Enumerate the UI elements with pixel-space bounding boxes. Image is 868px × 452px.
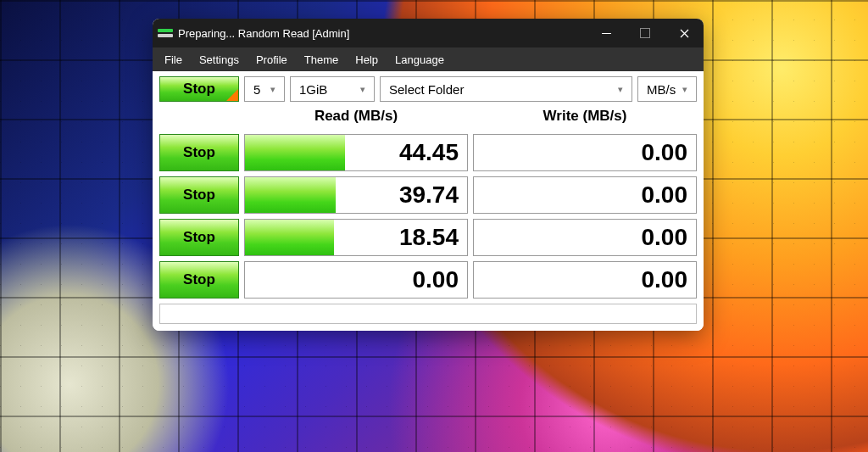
read-cell: 0.00 bbox=[244, 261, 468, 299]
write-value: 0.00 bbox=[642, 224, 688, 251]
menu-profile[interactable]: Profile bbox=[248, 53, 296, 66]
app-icon bbox=[158, 25, 173, 41]
titlebar[interactable]: Preparing... Random Read [Admin] bbox=[153, 19, 704, 47]
menubar: File Settings Profile Theme Help Languag… bbox=[153, 47, 704, 71]
result-row: Stop 0.00 0.00 bbox=[159, 261, 697, 299]
stop-button[interactable]: Stop bbox=[159, 261, 239, 299]
content-area: Stop 5 ▾ 1GiB ▾ Select Folder ▾ MB/s ▾ bbox=[153, 71, 704, 331]
read-value: 18.54 bbox=[399, 224, 459, 251]
read-value: 44.45 bbox=[399, 139, 459, 166]
read-value: 39.74 bbox=[399, 181, 459, 209]
stop-button[interactable]: Stop bbox=[159, 219, 239, 256]
stop-all-button[interactable]: Stop bbox=[159, 76, 239, 102]
menu-file[interactable]: File bbox=[156, 53, 191, 66]
window-title: Preparing... Random Read [Admin] bbox=[178, 27, 349, 40]
result-row: Stop 18.54 0.00 bbox=[159, 219, 697, 256]
stop-button[interactable]: Stop bbox=[159, 134, 239, 171]
read-progress bbox=[245, 220, 334, 255]
folder-value: Select Folder bbox=[389, 82, 618, 97]
chevron-down-icon: ▾ bbox=[360, 84, 369, 95]
menu-language[interactable]: Language bbox=[387, 53, 453, 66]
write-value: 0.00 bbox=[642, 139, 688, 166]
result-row: Stop 44.45 0.00 bbox=[159, 134, 697, 171]
test-size-value: 1GiB bbox=[299, 82, 360, 97]
test-size-select[interactable]: 1GiB ▾ bbox=[290, 76, 375, 102]
unit-value: MB/s bbox=[647, 82, 682, 97]
close-button[interactable] bbox=[665, 19, 704, 47]
chevron-down-icon: ▾ bbox=[682, 84, 691, 95]
read-progress bbox=[245, 135, 345, 170]
status-bar bbox=[159, 304, 697, 324]
read-cell: 39.74 bbox=[244, 176, 468, 214]
write-value: 0.00 bbox=[642, 266, 688, 293]
header-spacer bbox=[159, 103, 239, 129]
read-value: 0.00 bbox=[413, 266, 459, 293]
menu-help[interactable]: Help bbox=[347, 53, 387, 66]
maximize-button[interactable] bbox=[626, 19, 665, 47]
chevron-down-icon: ▾ bbox=[270, 84, 279, 95]
stop-all-label: Stop bbox=[183, 81, 215, 98]
minimize-button[interactable] bbox=[587, 19, 626, 47]
runs-value: 5 bbox=[253, 82, 270, 97]
read-cell: 18.54 bbox=[244, 219, 468, 256]
folder-select[interactable]: Select Folder ▾ bbox=[380, 76, 632, 102]
unit-select[interactable]: MB/s ▾ bbox=[637, 76, 697, 102]
app-window: Preparing... Random Read [Admin] File Se… bbox=[153, 19, 704, 331]
read-column-header: Read (MB/s) bbox=[244, 103, 468, 129]
read-progress bbox=[245, 177, 336, 213]
read-cell: 44.45 bbox=[244, 134, 468, 171]
stop-button[interactable]: Stop bbox=[159, 176, 239, 214]
write-value: 0.00 bbox=[642, 181, 688, 209]
runs-select[interactable]: 5 ▾ bbox=[244, 76, 285, 102]
result-row: Stop 39.74 0.00 bbox=[159, 176, 697, 214]
menu-theme[interactable]: Theme bbox=[296, 53, 347, 66]
menu-settings[interactable]: Settings bbox=[191, 53, 248, 66]
write-cell: 0.00 bbox=[473, 134, 697, 171]
write-cell: 0.00 bbox=[473, 261, 697, 299]
chevron-down-icon: ▾ bbox=[618, 84, 626, 95]
write-column-header: Write (MB/s) bbox=[473, 103, 697, 129]
write-cell: 0.00 bbox=[473, 219, 697, 256]
write-cell: 0.00 bbox=[473, 176, 697, 214]
